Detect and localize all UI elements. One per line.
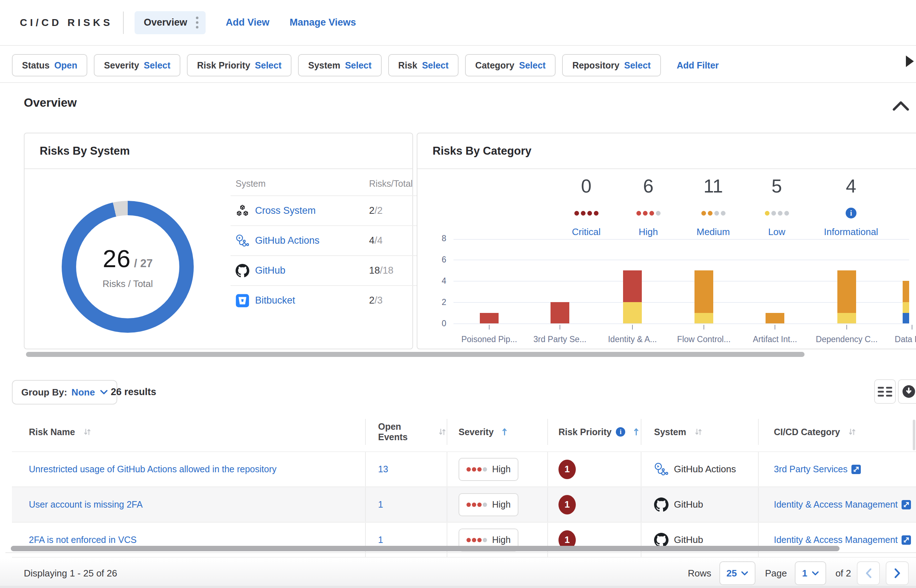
- column-header-ci-cd-category[interactable]: CI/CD Category: [759, 419, 916, 445]
- risk-priority-cell: 1: [548, 488, 641, 522]
- open-events-link[interactable]: 13: [378, 464, 388, 475]
- risk-name-link[interactable]: 2FA is not enforced in VCS: [29, 535, 137, 545]
- risks-by-system-card: Risks By System 26 / 27 Risks / Total Sy…: [24, 132, 413, 349]
- sort-asc-icon[interactable]: [629, 428, 639, 436]
- category-tick-label: Poisoned Pip...: [453, 334, 525, 344]
- system-link[interactable]: GitHub: [255, 265, 285, 276]
- risk-name-link[interactable]: Unrestricted usage of GitHub Actions all…: [29, 464, 276, 475]
- github-actions-icon: [654, 462, 668, 477]
- chart-y-axis: 02468: [418, 239, 446, 324]
- filter-value: Select: [345, 60, 372, 71]
- bar-dependency-c[interactable]: [837, 270, 856, 324]
- sort-asc-icon[interactable]: [497, 428, 508, 436]
- open-events-link[interactable]: 1: [378, 499, 383, 510]
- severity-label[interactable]: Low: [733, 226, 820, 237]
- kebab-menu-icon[interactable]: [194, 15, 200, 30]
- bar-3rd-party-se[interactable]: [550, 302, 569, 323]
- filter-label: Severity: [104, 60, 139, 71]
- category-cell: Identity & Access Management: [759, 523, 916, 557]
- info-icon[interactable]: i: [616, 427, 625, 436]
- severity-badge: High: [458, 458, 518, 481]
- y-axis-tick-label: 4: [442, 276, 446, 286]
- add-filter-link[interactable]: Add Filter: [677, 60, 719, 71]
- column-header-risk-priority[interactable]: Risk Priorityi: [548, 419, 641, 445]
- bar-data-pr[interactable]: [903, 281, 909, 323]
- group-by-dropdown[interactable]: Group By: None: [12, 380, 117, 404]
- filter-pill-repository[interactable]: RepositorySelect: [562, 54, 660, 76]
- column-settings-button[interactable]: [874, 379, 896, 404]
- filter-pill-severity[interactable]: SeveritySelect: [94, 54, 180, 76]
- external-link-icon[interactable]: [901, 500, 911, 509]
- overview-horizontal-scrollbar[interactable]: [26, 352, 804, 357]
- system-link[interactable]: GitHub Actions: [255, 235, 320, 246]
- severity-dot: [771, 211, 776, 216]
- filter-pill-system[interactable]: SystemSelect: [298, 54, 382, 76]
- filter-pill-status[interactable]: StatusOpen: [12, 54, 87, 76]
- severity-summary-low: 5Low: [733, 176, 820, 237]
- severity-dot: [477, 467, 482, 472]
- filter-bar: StatusOpenSeveritySelectRisk PrioritySel…: [12, 54, 719, 76]
- sort-icon[interactable]: [79, 428, 92, 436]
- system-link[interactable]: Cross System: [255, 205, 316, 216]
- y-axis-tick-label: 6: [442, 255, 446, 265]
- column-header-risk-name[interactable]: Risk Name: [12, 419, 366, 445]
- table-header-row: Risk NameOpen EventsSeverityRisk Priorit…: [12, 419, 916, 445]
- system-row: GitHub18/18: [231, 255, 423, 285]
- column-header-severity[interactable]: Severity: [447, 419, 548, 445]
- rows-per-page-select[interactable]: 25: [719, 561, 756, 585]
- severity-dot: [477, 538, 482, 542]
- bar-identity-a[interactable]: [623, 270, 642, 324]
- download-button[interactable]: [898, 379, 916, 404]
- page-bottom-edge: [0, 586, 916, 588]
- category-link[interactable]: Identity & Access Management: [774, 535, 898, 545]
- axis-tick: [775, 325, 775, 330]
- previous-page-button[interactable]: [857, 561, 880, 585]
- table-row: Unrestricted usage of GitHub Actions all…: [12, 451, 916, 487]
- add-view-link[interactable]: Add View: [226, 17, 270, 28]
- open-events-link[interactable]: 1: [378, 535, 383, 545]
- category-link[interactable]: 3rd Party Services: [774, 464, 848, 475]
- bar-poisoned-pip[interactable]: [480, 313, 498, 324]
- sort-icon[interactable]: [434, 428, 447, 436]
- bar-segment-medium: [903, 281, 909, 302]
- severity-label[interactable]: Informational: [808, 226, 894, 237]
- cicd-risks-dashboard: CI/CD RISKS Overview Add View Manage Vie…: [0, 0, 916, 588]
- external-link-icon[interactable]: [851, 465, 861, 474]
- table-horizontal-scrollbar[interactable]: [11, 546, 840, 551]
- risk-name-link[interactable]: User account is missing 2FA: [29, 499, 142, 510]
- severity-dots: [466, 467, 487, 472]
- filter-pill-risk[interactable]: RiskSelect: [388, 54, 458, 76]
- filter-pill-risk-priority[interactable]: Risk PrioritySelect: [187, 54, 291, 76]
- bar-artifact-int[interactable]: [765, 313, 784, 324]
- chevron-left-icon: [866, 568, 872, 578]
- filter-pill-category[interactable]: CategorySelect: [465, 54, 555, 76]
- rows-label: Rows: [688, 568, 711, 579]
- risks-by-category-card: Risks By Category 0Critical6High11Medium…: [417, 132, 916, 349]
- category-tick-label: Data Pr...: [876, 334, 916, 344]
- sort-icon[interactable]: [690, 428, 703, 436]
- page-select[interactable]: 1: [795, 561, 826, 585]
- external-link-icon[interactable]: [901, 535, 911, 545]
- table-vertical-scrollbar[interactable]: [913, 420, 915, 450]
- column-header-system[interactable]: System: [641, 419, 759, 445]
- column-header-open-events[interactable]: Open Events: [366, 419, 447, 445]
- severity-text: High: [492, 535, 510, 545]
- tab-overview-label: Overview: [144, 17, 187, 28]
- system-name: GitHub: [674, 534, 703, 546]
- system-link[interactable]: Bitbucket: [255, 295, 295, 306]
- severity-dots: [733, 208, 820, 218]
- category-link[interactable]: Identity & Access Management: [774, 499, 898, 510]
- next-page-button[interactable]: [886, 561, 909, 585]
- bar-segment-low: [837, 313, 856, 324]
- risks-total: /4: [374, 235, 383, 246]
- filter-label: System: [308, 60, 340, 71]
- filter-label: Repository: [572, 60, 620, 71]
- sort-icon[interactable]: [844, 428, 856, 436]
- scroll-right-arrow-icon[interactable]: [906, 55, 916, 67]
- bar-flow-control[interactable]: [694, 270, 713, 324]
- donut-total: / 27: [134, 257, 153, 270]
- tab-overview[interactable]: Overview: [134, 11, 206, 34]
- severity-cell: High: [447, 488, 548, 522]
- collapse-chevron-up-icon[interactable]: [893, 101, 909, 111]
- manage-views-link[interactable]: Manage Views: [290, 17, 356, 28]
